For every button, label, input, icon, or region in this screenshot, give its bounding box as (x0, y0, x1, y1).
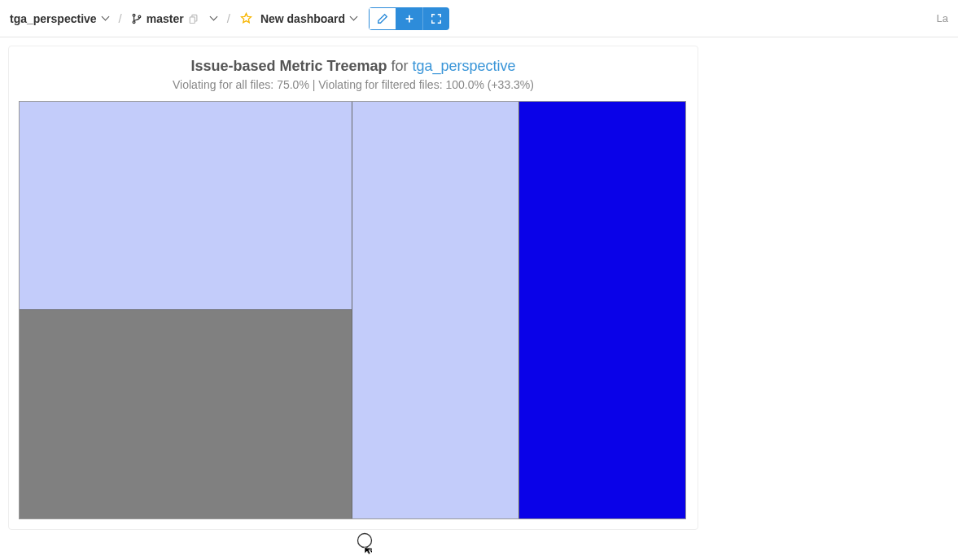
add-button[interactable] (396, 7, 423, 30)
card-title-strong: Issue-based Metric Treemap (190, 58, 387, 74)
card-title-link[interactable]: tga_perspective (413, 58, 516, 74)
breadcrumb-project[interactable]: tga_perspective (10, 12, 109, 25)
breadcrumb-project-label: tga_perspective (10, 12, 97, 25)
card-title: Issue-based Metric Treemap for tga_persp… (19, 58, 688, 75)
topbar: tga_perspective / master / Ne (0, 0, 958, 37)
treemap-chart[interactable] (19, 101, 686, 519)
breadcrumb-dashboard[interactable]: New dashboard (260, 12, 357, 25)
card-title-for: for (387, 58, 413, 74)
treemap-cell[interactable] (519, 102, 686, 518)
treemap-cell[interactable] (20, 310, 352, 518)
svg-point-1 (133, 20, 135, 23)
chevron-down-icon (102, 15, 109, 22)
breadcrumb-separator: / (117, 11, 124, 25)
star-icon[interactable] (240, 12, 252, 24)
treemap-card: Issue-based Metric Treemap for tga_persp… (8, 46, 698, 530)
chevron-down-icon (210, 15, 217, 22)
content-area: Issue-based Metric Treemap for tga_persp… (0, 37, 958, 538)
treemap-cell[interactable] (352, 102, 518, 518)
topbar-right-text: La (937, 12, 948, 24)
breadcrumb-branch-label: master (147, 12, 184, 25)
fullscreen-button[interactable] (423, 7, 449, 30)
svg-point-0 (133, 14, 135, 16)
breadcrumb-branch[interactable]: master (132, 12, 217, 25)
treemap-cell[interactable] (20, 102, 352, 310)
chevron-down-icon (350, 15, 357, 22)
edit-button[interactable] (369, 7, 396, 30)
card-subtitle: Violating for all files: 75.0% | Violati… (19, 78, 688, 91)
toolbar-button-group (369, 7, 449, 30)
breadcrumb-separator: / (225, 11, 232, 25)
git-branch-icon (132, 13, 142, 24)
breadcrumb-dashboard-label: New dashboard (260, 12, 345, 25)
svg-point-2 (138, 15, 141, 18)
svg-rect-4 (190, 16, 195, 23)
copy-icon[interactable] (189, 13, 199, 24)
